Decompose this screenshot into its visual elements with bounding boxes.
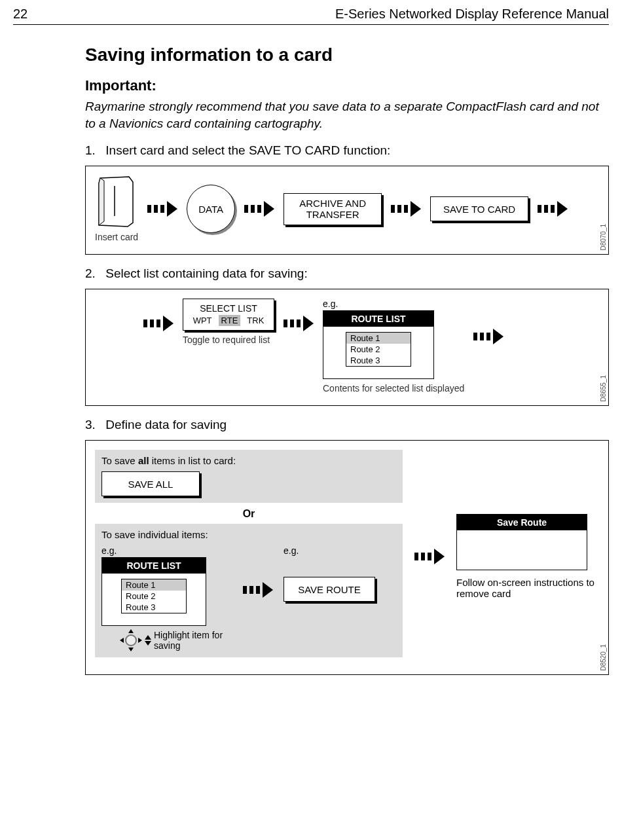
insert-card-label: Insert card (95, 232, 138, 242)
data-button[interactable]: DATA (187, 185, 235, 233)
save-to-card-label: SAVE TO CARD (443, 204, 515, 215)
step-3: 3. Define data for saving (85, 418, 609, 432)
step-2-text: Select list containing data for saving: (105, 266, 307, 280)
step-1: 1. Insert card and select the SAVE TO CA… (85, 143, 609, 158)
section-heading: Saving information to a card (85, 45, 609, 65)
diagram-code: D8070_1 (600, 224, 607, 251)
save-route-button[interactable]: SAVE ROUTE (284, 577, 375, 602)
arrow-right-icon (391, 201, 421, 217)
diagram-1: Insert card DATA ARCHIVE AND TRANSFER SA… (85, 166, 609, 255)
select-list-option-wpt[interactable]: WPT (191, 315, 215, 326)
eg-label: e.g. (101, 545, 232, 556)
step-2: 2. Select list containing data for savin… (85, 266, 609, 281)
header-divider (13, 24, 609, 25)
select-list-option-rte[interactable]: RTE (219, 315, 241, 326)
arrow-right-icon (143, 316, 174, 331)
up-down-arrows-icon (145, 635, 151, 646)
save-to-card-button[interactable]: SAVE TO CARD (430, 196, 528, 221)
step-1-text: Insert card and select the SAVE TO CARD … (105, 143, 390, 157)
save-all-label: SAVE ALL (128, 479, 174, 490)
save-route-dialog: Save Route (456, 514, 587, 570)
archive-and-transfer-button[interactable]: ARCHIVE AND TRANSFER (284, 193, 382, 225)
diagram-code: D8655_1 (600, 375, 607, 402)
contents-caption: Contents for selected list displayed (323, 383, 464, 393)
archive-label: ARCHIVE AND TRANSFER (299, 198, 366, 221)
route-list-panel: ROUTE LIST Route 1 Route 2 Route 3 (323, 310, 434, 379)
arrow-right-icon (244, 201, 274, 217)
route-list-title: ROUTE LIST (323, 311, 433, 327)
route-list-panel: ROUTE LIST Route 1 Route 2 Route 3 (101, 557, 206, 626)
route-item-2[interactable]: Route 2 (122, 591, 186, 602)
diagram-code: D8520_1 (600, 644, 607, 671)
individual-heading: To save individual items: (101, 529, 396, 540)
route-listbox[interactable]: Route 1 Route 2 Route 3 (121, 579, 187, 613)
select-list-option-trk[interactable]: TRK (244, 315, 266, 326)
save-individual-block: To save individual items: e.g. ROUTE LIS… (95, 524, 403, 657)
route-listbox[interactable]: Route 1 Route 2 Route 3 (346, 332, 411, 367)
compactflash-card-icon (95, 175, 138, 228)
arrow-right-icon (243, 582, 273, 598)
save-route-label: SAVE ROUTE (298, 584, 361, 595)
trackpad-icon (121, 630, 141, 650)
save-route-dialog-title: Save Route (457, 515, 587, 530)
route-item-3[interactable]: Route 3 (122, 602, 186, 613)
follow-instructions: Follow on-screen instructions to remove … (456, 577, 599, 599)
toggle-caption: Toggle to required list (183, 335, 274, 345)
select-list-button[interactable]: SELECT LIST WPT RTE TRK (183, 299, 274, 331)
route-item-1[interactable]: Route 1 (346, 333, 411, 344)
save-all-heading: To save all items in list to card: (101, 455, 396, 466)
or-label: Or (95, 508, 403, 520)
page-number: 22 (13, 7, 27, 22)
diagram-3: To save all items in list to card: SAVE … (85, 440, 609, 675)
step-3-text: Define data for saving (105, 418, 227, 431)
important-heading: Important: (85, 77, 609, 94)
step-2-num: 2. (85, 266, 102, 281)
save-all-block: To save all items in list to card: SAVE … (95, 450, 403, 503)
arrow-right-icon (414, 549, 445, 564)
route-item-2[interactable]: Route 2 (346, 344, 411, 355)
eg-label: e.g. (323, 299, 338, 309)
select-list-title: SELECT LIST (200, 303, 257, 314)
arrow-right-icon (473, 329, 503, 344)
highlight-caption: Highlight item for saving (154, 630, 232, 651)
step-1-num: 1. (85, 143, 102, 158)
diagram-2: SELECT LIST WPT RTE TRK Toggle to requir… (85, 289, 609, 406)
route-list-title: ROUTE LIST (102, 558, 206, 574)
save-all-button[interactable]: SAVE ALL (101, 471, 200, 496)
important-note: Raymarine strongly recommend that you sa… (85, 98, 609, 132)
step-3-num: 3. (85, 418, 102, 432)
route-item-1[interactable]: Route 1 (122, 579, 186, 591)
eg-label: e.g. (284, 545, 375, 556)
route-item-3[interactable]: Route 3 (346, 355, 411, 366)
arrow-right-icon (147, 201, 177, 217)
arrow-right-icon (538, 201, 568, 217)
arrow-right-icon (284, 316, 314, 331)
manual-title: E-Series Networked Display Reference Man… (335, 7, 609, 22)
